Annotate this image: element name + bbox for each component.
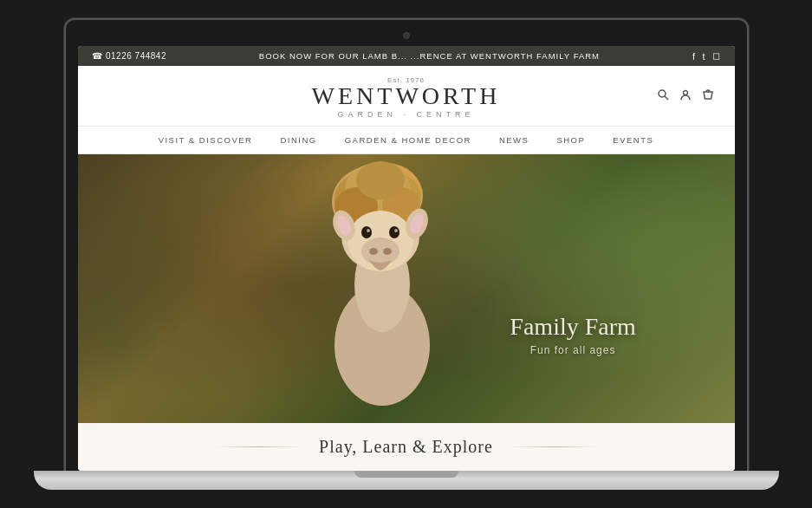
user-icon[interactable] <box>679 88 692 104</box>
header: Est. 1976 WENTWORTH GARDEN · CENTRE <box>78 66 735 127</box>
nav-item-news[interactable]: NEWS <box>499 135 529 145</box>
hero-text: Family Farm Fun for all ages <box>510 313 635 356</box>
svg-point-21 <box>383 248 392 255</box>
nav-item-garden[interactable]: GARDEN & HOME DECOR <box>345 135 471 145</box>
svg-point-0 <box>659 90 666 97</box>
svg-line-1 <box>665 96 668 100</box>
alpaca-image <box>261 154 503 423</box>
bottom-section: Play, Learn & Explore <box>78 423 735 471</box>
nav-item-events[interactable]: EVENTS <box>613 135 653 145</box>
logo: Est. 1976 WENTWORTH GARDEN · CENTRE <box>312 76 501 119</box>
svg-point-13 <box>356 161 405 199</box>
screen-content: ☎ 01226 744842 BOOK NOW FOR OUR LAMB B..… <box>78 46 735 471</box>
logo-subtitle: GARDEN · CENTRE <box>312 110 501 119</box>
instagram-icon[interactable]: ◻ <box>712 50 721 62</box>
laptop-screen: ☎ 01226 744842 BOOK NOW FOR OUR LAMB B..… <box>64 18 749 471</box>
laptop-camera <box>403 32 410 39</box>
top-bar: ☎ 01226 744842 BOOK NOW FOR OUR LAMB B..… <box>78 46 735 66</box>
top-bar-social: f t ◻ <box>692 50 721 62</box>
laptop-wrapper: ☎ 01226 744842 BOOK NOW FOR OUR LAMB B..… <box>34 18 779 490</box>
phone-icon: ☎ <box>92 51 103 61</box>
website: ☎ 01226 744842 BOOK NOW FOR OUR LAMB B..… <box>78 46 735 471</box>
svg-point-16 <box>389 226 400 238</box>
svg-point-2 <box>683 90 687 94</box>
nav-item-visit[interactable]: VISIT & DISCOVER <box>159 135 253 145</box>
svg-point-19 <box>361 238 400 265</box>
bottom-line-right <box>510 446 597 447</box>
laptop-base <box>34 471 779 490</box>
search-icon[interactable] <box>657 88 669 104</box>
nav: VISIT & DISCOVER DINING GARDEN & HOME DE… <box>78 127 735 154</box>
hero-subtitle: Fun for all ages <box>510 344 635 356</box>
svg-point-17 <box>367 229 370 232</box>
shopping-bag-icon[interactable] <box>702 88 714 104</box>
nav-item-dining[interactable]: DINING <box>280 135 316 145</box>
twitter-icon[interactable]: t <box>702 51 705 62</box>
phone-number: 01226 744842 <box>106 51 166 61</box>
svg-point-18 <box>394 229 398 232</box>
hero-title: Family Farm <box>510 313 635 341</box>
facebook-icon[interactable]: f <box>692 51 696 62</box>
top-bar-phone: ☎ 01226 744842 <box>92 51 166 61</box>
bottom-line-left <box>215 446 302 447</box>
hero: Family Farm Fun for all ages <box>78 154 735 423</box>
svg-point-20 <box>369 248 378 255</box>
nav-item-shop[interactable]: SHOP <box>556 135 585 145</box>
bottom-title: Play, Learn & Explore <box>319 437 493 457</box>
top-bar-announcement: BOOK NOW FOR OUR LAMB B... ...RENCE AT W… <box>259 51 600 61</box>
header-icons <box>657 88 714 104</box>
logo-title: WENTWORTH <box>312 84 501 108</box>
svg-point-15 <box>361 226 372 238</box>
